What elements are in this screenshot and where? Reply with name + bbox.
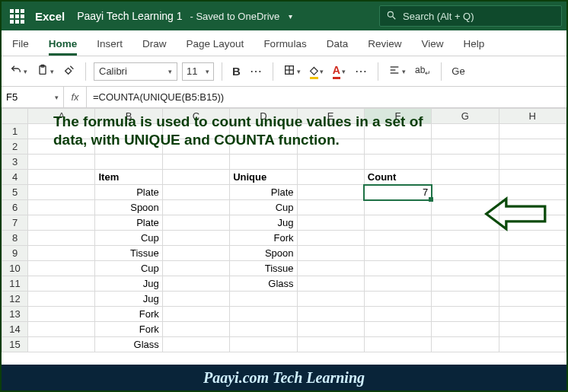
cell[interactable]: Fork [95, 322, 162, 337]
cell[interactable] [162, 200, 229, 215]
row-11[interactable]: 11 [2, 276, 28, 292]
cell[interactable] [162, 337, 229, 352]
tab-review[interactable]: Review [368, 33, 401, 56]
cell[interactable] [432, 139, 499, 155]
cell[interactable]: Cup [95, 261, 162, 276]
cell[interactable] [162, 261, 229, 276]
cell[interactable] [364, 139, 431, 155]
cell[interactable] [162, 231, 229, 246]
cell[interactable] [28, 139, 95, 155]
cell[interactable] [28, 200, 95, 215]
font-color-button[interactable]: A ▾ [330, 62, 348, 81]
cell[interactable] [499, 139, 566, 155]
tab-file[interactable]: File [12, 33, 29, 56]
col-A[interactable]: A [28, 109, 95, 124]
row-9[interactable]: 9 [2, 246, 28, 261]
cell[interactable] [28, 246, 95, 261]
cell[interactable]: Cup [230, 200, 297, 215]
cell[interactable] [230, 124, 297, 139]
cell[interactable] [28, 124, 95, 139]
cell[interactable] [499, 337, 566, 352]
cell[interactable] [297, 155, 364, 170]
tab-insert[interactable]: Insert [97, 33, 123, 56]
cell[interactable]: Tissue [230, 261, 297, 276]
cell[interactable] [364, 155, 431, 170]
more-fill-button[interactable]: ⋯ [353, 62, 370, 80]
row-14[interactable]: 14 [2, 322, 28, 337]
cell[interactable] [432, 246, 499, 261]
wrap-text-button[interactable]: ab↵ [413, 63, 433, 78]
cell[interactable] [499, 322, 566, 337]
cell[interactable] [432, 322, 499, 337]
cell[interactable] [28, 261, 95, 276]
cell[interactable] [364, 337, 431, 352]
cell[interactable] [230, 337, 297, 352]
cell[interactable]: Jug [95, 276, 162, 292]
row-5[interactable]: 5 [2, 185, 28, 200]
cell[interactable] [162, 246, 229, 261]
cell[interactable] [297, 139, 364, 155]
search-input[interactable]: Search (Alt + Q) [379, 5, 562, 27]
cell[interactable] [499, 246, 566, 261]
cell-header-count[interactable]: Count [364, 170, 431, 185]
row-8[interactable]: 8 [2, 231, 28, 246]
row-7[interactable]: 7 [2, 215, 28, 231]
cell[interactable] [28, 322, 95, 337]
cell[interactable] [230, 307, 297, 322]
tab-draw[interactable]: Draw [142, 33, 167, 56]
row-2[interactable]: 2 [2, 139, 28, 155]
align-button[interactable]: ▾ [386, 62, 408, 80]
cell[interactable] [162, 276, 229, 292]
cell[interactable] [499, 307, 566, 322]
cell[interactable] [297, 170, 364, 185]
row-3[interactable]: 3 [2, 155, 28, 170]
name-box[interactable]: F5 ▾ [2, 87, 64, 107]
cell[interactable] [297, 185, 364, 200]
bold-button[interactable]: B [230, 63, 243, 79]
cell[interactable] [297, 215, 364, 231]
cell[interactable] [28, 276, 95, 292]
cell-header-unique[interactable]: Unique [230, 170, 297, 185]
cell-F5-selected[interactable]: 7 [364, 185, 431, 200]
cell[interactable] [28, 155, 95, 170]
col-D[interactable]: D [230, 109, 297, 124]
cell[interactable] [28, 292, 95, 307]
cell[interactable] [162, 307, 229, 322]
cell[interactable] [364, 307, 431, 322]
undo-button[interactable]: ▾ [8, 62, 30, 80]
cell[interactable] [230, 292, 297, 307]
tab-help[interactable]: Help [463, 33, 484, 56]
cell[interactable] [297, 292, 364, 307]
formula-input[interactable]: =COUNTA(UNIQUE(B5:B15)) [87, 87, 566, 107]
cell-header-item[interactable]: Item [95, 170, 162, 185]
app-launcher-icon[interactable] [6, 5, 27, 27]
cell[interactable] [432, 276, 499, 292]
select-all[interactable] [2, 109, 28, 124]
cell[interactable] [499, 261, 566, 276]
cell[interactable] [297, 261, 364, 276]
cell[interactable]: Plate [95, 215, 162, 231]
cell[interactable] [364, 124, 431, 139]
cell[interactable] [432, 292, 499, 307]
cell[interactable] [432, 170, 499, 185]
cell[interactable] [297, 231, 364, 246]
cell[interactable] [162, 185, 229, 200]
cell[interactable] [364, 231, 431, 246]
cell[interactable] [162, 139, 229, 155]
general-format-button[interactable]: Ge [449, 64, 467, 78]
cell[interactable] [297, 246, 364, 261]
cell[interactable] [364, 261, 431, 276]
fill-color-button[interactable]: ◇ ▾ [308, 62, 326, 81]
cell[interactable]: Spoon [95, 200, 162, 215]
cell[interactable]: Jug [230, 215, 297, 231]
cell[interactable] [230, 139, 297, 155]
cell[interactable] [230, 322, 297, 337]
cell[interactable] [28, 231, 95, 246]
cell[interactable]: Fork [95, 307, 162, 322]
cell[interactable] [28, 170, 95, 185]
cell[interactable] [28, 185, 95, 200]
cell[interactable] [162, 292, 229, 307]
cell[interactable] [95, 124, 162, 139]
format-painter-button[interactable] [61, 62, 78, 80]
cell[interactable] [499, 292, 566, 307]
